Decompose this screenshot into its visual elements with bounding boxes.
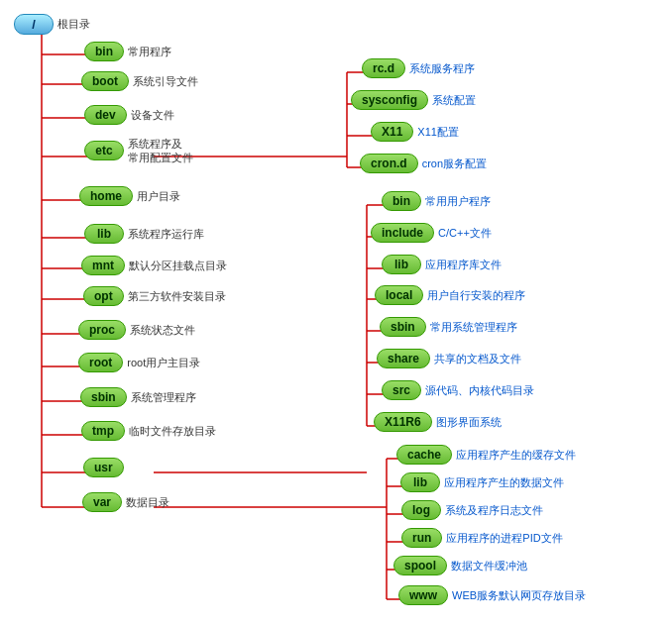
log-label: 系统及程序日志文件 [445, 503, 543, 518]
share-box: share [377, 349, 430, 368]
rcd-label: 系统服务程序 [409, 61, 475, 76]
www-box: www [398, 585, 448, 605]
var-lib-label: 应用程序产生的数据文件 [444, 475, 564, 490]
run-label: 应用程序的进程PID文件 [446, 531, 562, 546]
x11-label: X11配置 [417, 125, 459, 140]
sysconfig-box: sysconfig [351, 90, 428, 110]
src-box: src [382, 380, 421, 400]
spool-box: spool [393, 556, 447, 575]
home-box: home [79, 186, 133, 206]
local-box: local [375, 285, 423, 305]
var-label: 数据目录 [126, 495, 169, 510]
bin-label: 常用程序 [128, 45, 171, 59]
dev-label: 设备文件 [131, 108, 174, 123]
node-www: www WEB服务默认网页存放目录 [398, 585, 586, 605]
sysconfig-label: 系统配置 [432, 93, 476, 108]
spool-label: 数据文件缓冲池 [451, 559, 527, 574]
usr-sbin-label: 常用系统管理程序 [430, 320, 517, 335]
sbin-label: 系统管理程序 [131, 390, 196, 405]
etc-box: etc [84, 141, 124, 160]
node-usr-bin: bin 常用用户程序 [382, 191, 491, 211]
node-cache: cache 应用程序产生的缓存文件 [396, 445, 576, 465]
tree-container: / 根目录 bin 常用程序 boot 系统引导文件 dev 设备文件 etc … [0, 0, 672, 626]
var-lib-box: lib [400, 472, 440, 492]
crond-label: cron服务配置 [422, 156, 487, 171]
crond-box: cron.d [360, 154, 418, 173]
node-home: home 用户目录 [79, 186, 180, 206]
node-include: include C/C++文件 [371, 223, 492, 243]
node-local: local 用户自行安装的程序 [375, 285, 525, 305]
rcd-box: rc.d [362, 58, 405, 78]
x11r6-box: X11R6 [374, 412, 432, 432]
node-mnt: mnt 默认分区挂载点目录 [81, 256, 227, 275]
tmp-label: 临时文件存放目录 [129, 424, 216, 439]
node-etc: etc 系统程序及常用配置文件 [84, 137, 193, 165]
node-run: run 应用程序的进程PID文件 [401, 528, 563, 548]
node-bin: bin 常用程序 [84, 42, 171, 61]
usr-bin-label: 常用用户程序 [425, 194, 491, 209]
boot-box: boot [81, 71, 129, 91]
sbin-box: sbin [80, 387, 127, 407]
node-sbin: sbin 系统管理程序 [80, 387, 196, 407]
node-src: src 源代码、内核代码目录 [382, 380, 534, 400]
usr-lib-box: lib [382, 255, 421, 274]
x11-box: X11 [371, 122, 413, 142]
root-box: / [14, 14, 54, 35]
etc-label: 系统程序及常用配置文件 [128, 137, 193, 165]
usr-box: usr [83, 458, 124, 477]
node-boot: boot 系统引导文件 [81, 71, 198, 91]
node-usr-sbin: sbin 常用系统管理程序 [380, 317, 517, 337]
include-label: C/C++文件 [438, 226, 492, 241]
boot-label: 系统引导文件 [133, 74, 198, 89]
node-usr: usr [83, 458, 124, 477]
cache-box: cache [396, 445, 452, 465]
cache-label: 应用程序产生的缓存文件 [456, 448, 576, 463]
usr-lib-label: 应用程序库文件 [425, 258, 502, 272]
home-label: 用户目录 [137, 189, 180, 204]
node-sysconfig: sysconfig 系统配置 [351, 90, 476, 110]
share-label: 共享的文档及文件 [434, 352, 521, 366]
lib-label: 系统程序运行库 [128, 227, 204, 242]
node-crond: cron.d cron服务配置 [360, 154, 487, 173]
local-label: 用户自行安装的程序 [427, 288, 525, 303]
connector-lines [0, 0, 672, 626]
src-label: 源代码、内核代码目录 [425, 383, 534, 398]
node-tmp: tmp 临时文件存放目录 [81, 421, 216, 441]
tmp-box: tmp [81, 421, 125, 441]
include-box: include [371, 223, 434, 243]
root-node: / 根目录 [14, 14, 90, 35]
x11r6-label: 图形界面系统 [436, 415, 502, 430]
root-label: 根目录 [57, 17, 90, 32]
proc-label: 系统状态文件 [130, 323, 195, 338]
run-box: run [401, 528, 442, 548]
node-proc: proc 系统状态文件 [78, 320, 195, 340]
lib-box: lib [84, 224, 124, 244]
mnt-box: mnt [81, 256, 125, 275]
node-dev: dev 设备文件 [84, 105, 174, 125]
mnt-label: 默认分区挂载点目录 [129, 259, 227, 273]
node-root: root root用户主目录 [78, 353, 200, 372]
root-dir-box: root [78, 353, 123, 372]
node-share: share 共享的文档及文件 [377, 349, 521, 368]
node-rcd: rc.d 系统服务程序 [362, 58, 475, 78]
bin-box: bin [84, 42, 124, 61]
node-var: var 数据目录 [82, 492, 169, 512]
usr-bin-box: bin [382, 191, 421, 211]
dev-box: dev [84, 105, 127, 125]
node-spool: spool 数据文件缓冲池 [393, 556, 527, 575]
usr-sbin-box: sbin [380, 317, 426, 337]
node-opt: opt 第三方软件安装目录 [83, 286, 226, 306]
www-label: WEB服务默认网页存放目录 [452, 588, 586, 603]
node-lib: lib 系统程序运行库 [84, 224, 204, 244]
node-log: log 系统及程序日志文件 [401, 500, 543, 520]
node-x11: X11 X11配置 [371, 122, 459, 142]
node-var-lib: lib 应用程序产生的数据文件 [400, 472, 564, 492]
node-x11r6: X11R6 图形界面系统 [374, 412, 502, 432]
proc-box: proc [78, 320, 126, 340]
root-dir-label: root用户主目录 [127, 356, 200, 370]
opt-box: opt [83, 286, 124, 306]
var-box: var [82, 492, 122, 512]
log-box: log [401, 500, 441, 520]
node-usr-lib: lib 应用程序库文件 [382, 255, 502, 274]
opt-label: 第三方软件安装目录 [128, 289, 226, 304]
